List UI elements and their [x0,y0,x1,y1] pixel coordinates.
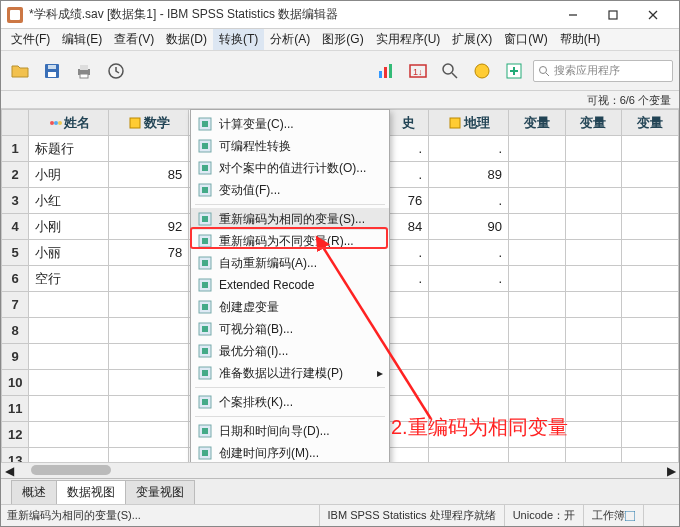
menu-data[interactable]: 数据(D) [160,29,213,50]
minimize-button[interactable] [553,3,593,27]
add-icon[interactable] [501,58,527,84]
cell[interactable]: 92 [109,214,189,240]
cell[interactable] [622,188,679,214]
cell[interactable] [509,292,566,318]
cell[interactable] [622,214,679,240]
cell[interactable]: . [429,240,509,266]
menu-item[interactable]: 创建时间序列(M)... [191,442,389,462]
cell[interactable] [565,292,622,318]
cell[interactable] [565,266,622,292]
menu-transform[interactable]: 转换(T) [213,29,264,50]
cell[interactable] [509,318,566,344]
menu-item[interactable]: 创建虚变量 [191,296,389,318]
tab-overview[interactable]: 概述 [11,480,57,504]
cell[interactable]: 85 [109,162,189,188]
cell[interactable]: . [429,266,509,292]
cell[interactable]: 标题行 [29,136,109,162]
menu-window[interactable]: 窗口(W) [498,29,553,50]
recent-icon[interactable] [103,58,129,84]
cell[interactable] [565,396,622,422]
cell[interactable] [29,292,109,318]
cell[interactable]: 76 [389,188,429,214]
cell[interactable] [565,344,622,370]
cell[interactable] [622,396,679,422]
maximize-button[interactable] [593,3,633,27]
cell[interactable]: . [429,136,509,162]
menu-item[interactable]: 可视分箱(B)... [191,318,389,340]
cell[interactable] [509,188,566,214]
cell[interactable] [565,370,622,396]
hscrollbar[interactable]: ◀ ▶ [1,462,679,478]
scroll-right-icon[interactable]: ▶ [663,463,679,479]
cell[interactable] [389,292,429,318]
cell[interactable] [622,136,679,162]
cell[interactable] [429,344,509,370]
cell[interactable] [509,214,566,240]
cell[interactable] [565,448,622,463]
menu-item[interactable]: 重新编码为不同变量(R)... [191,230,389,252]
menu-view[interactable]: 查看(V) [108,29,160,50]
col-hist[interactable]: 史 [389,110,429,136]
cell[interactable] [565,188,622,214]
cell[interactable] [29,448,109,463]
cell[interactable] [389,370,429,396]
col-math[interactable]: 数学 [109,110,189,136]
menu-item[interactable]: 自动重新编码(A)... [191,252,389,274]
cell[interactable] [565,422,622,448]
cell[interactable] [109,292,189,318]
cell[interactable]: 小丽 [29,240,109,266]
chart-icon[interactable] [373,58,399,84]
cell[interactable] [509,370,566,396]
cell[interactable] [622,240,679,266]
cell[interactable] [565,162,622,188]
cell[interactable] [109,448,189,463]
cell[interactable] [622,422,679,448]
close-button[interactable] [633,3,673,27]
weight-icon[interactable] [469,58,495,84]
menu-item[interactable]: 重新编码为相同的变量(S)... [191,208,389,230]
cell[interactable] [509,344,566,370]
cell[interactable] [109,422,189,448]
menu-analyze[interactable]: 分析(A) [264,29,316,50]
cell[interactable]: 小明 [29,162,109,188]
cell[interactable]: . [389,136,429,162]
cell[interactable] [565,136,622,162]
cell[interactable] [429,448,509,463]
tab-data-view[interactable]: 数据视图 [56,480,126,504]
cell[interactable] [29,396,109,422]
search-input[interactable]: 搜索应用程序 [533,60,673,82]
cell[interactable]: . [389,266,429,292]
cell[interactable]: 84 [389,214,429,240]
menu-item[interactable]: 可编程性转换 [191,135,389,157]
cell[interactable] [509,162,566,188]
menu-item[interactable]: 准备数据以进行建模(P)▸ [191,362,389,384]
cell[interactable] [565,214,622,240]
menu-item[interactable]: 计算变量(C)... [191,113,389,135]
value-labels-icon[interactable]: 1↓ [405,58,431,84]
cell[interactable] [622,448,679,463]
tab-variable-view[interactable]: 变量视图 [125,480,195,504]
cell[interactable]: . [389,162,429,188]
cell[interactable] [565,240,622,266]
col-var3[interactable]: 变量 [622,110,679,136]
cell[interactable] [622,266,679,292]
cell[interactable] [622,292,679,318]
cell[interactable] [389,448,429,463]
menu-item[interactable]: 最优分箱(I)... [191,340,389,362]
cell[interactable] [109,370,189,396]
cell[interactable] [29,422,109,448]
col-geo[interactable]: 地理 [429,110,509,136]
cell[interactable] [509,136,566,162]
col-name[interactable]: 姓名 [29,110,109,136]
cell[interactable]: 小刚 [29,214,109,240]
open-icon[interactable] [7,58,33,84]
cell[interactable] [622,318,679,344]
cell[interactable] [389,344,429,370]
cell[interactable] [565,318,622,344]
cell[interactable] [29,344,109,370]
cell[interactable] [29,370,109,396]
cell[interactable] [109,136,189,162]
cell[interactable] [622,344,679,370]
cell[interactable] [429,318,509,344]
cell[interactable]: . [429,188,509,214]
